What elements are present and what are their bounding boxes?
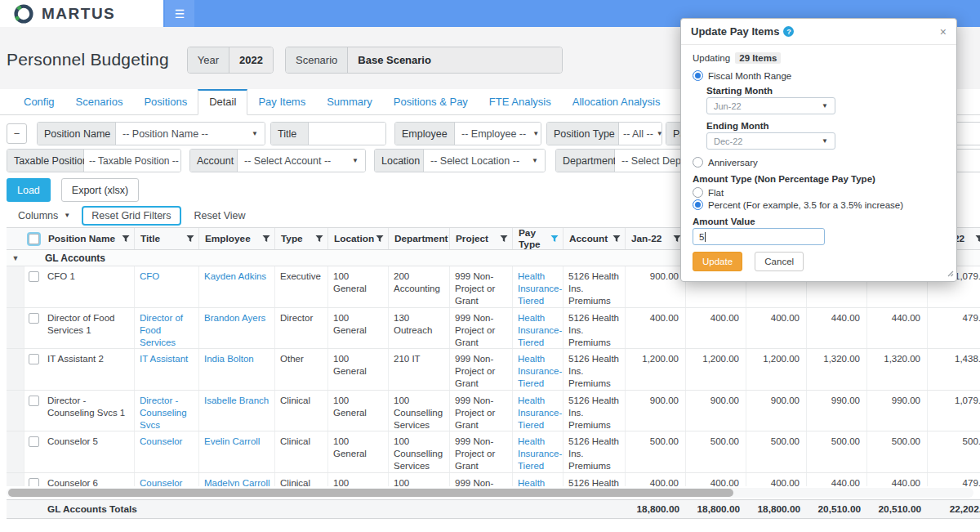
horizontal-scrollbar[interactable] bbox=[7, 488, 973, 498]
filter-icon-title[interactable] bbox=[186, 235, 194, 243]
row-checkbox[interactable] bbox=[29, 313, 39, 324]
column-header-title[interactable]: Title bbox=[135, 228, 199, 249]
reset-grid-filters-button[interactable]: Reset Grid Filters bbox=[82, 206, 180, 226]
column-header-location[interactable]: Location bbox=[328, 228, 389, 249]
row-checkbox[interactable] bbox=[29, 436, 39, 447]
cancel-button[interactable]: Cancel bbox=[755, 252, 804, 271]
cell-employee[interactable]: India Bolton bbox=[199, 349, 275, 390]
cell-title[interactable]: Counselor bbox=[135, 431, 199, 472]
flat-radio[interactable]: Flat bbox=[693, 187, 945, 198]
tab-pay-items[interactable]: Pay Items bbox=[247, 89, 316, 114]
cell-title[interactable]: Director - Counseling Svcs bbox=[135, 391, 199, 431]
ending-month-select[interactable]: Dec-22▼ bbox=[706, 132, 835, 150]
row-expander-cell bbox=[7, 473, 24, 487]
column-header-project[interactable]: Project bbox=[450, 228, 513, 249]
reset-view-button[interactable]: Reset View bbox=[189, 208, 251, 224]
year-value[interactable]: 2022 bbox=[229, 47, 273, 73]
filter-icon-employee[interactable] bbox=[262, 235, 270, 243]
column-header-jan-22[interactable]: Jan-22 bbox=[626, 228, 686, 249]
column-header-employee[interactable]: Employee bbox=[199, 228, 275, 249]
cell-title[interactable]: CFO bbox=[135, 266, 199, 307]
cell-pay_type[interactable]: Health Insurance-Tiered bbox=[513, 308, 564, 349]
column-header-label: Department bbox=[394, 233, 448, 244]
cell-pay_type[interactable]: Health Insurance-Tiered bbox=[513, 349, 564, 390]
tab-allocation-analysis[interactable]: Allocation Analysis bbox=[562, 89, 671, 114]
fiscal-month-range-radio[interactable]: Fiscal Month Range bbox=[693, 70, 945, 81]
cell-employee[interactable]: Madelyn Carroll bbox=[199, 473, 275, 487]
tab-config[interactable]: Config bbox=[13, 89, 65, 114]
employee-filter-select[interactable]: -- Employee --▼ bbox=[455, 123, 541, 145]
tab-detail[interactable]: Detail bbox=[198, 89, 247, 115]
cell-pay_type[interactable]: Health Insurance-Tiered bbox=[513, 266, 564, 307]
starting-month-select[interactable]: Jun-22▼ bbox=[706, 97, 835, 114]
percent-radio[interactable]: Percent (For example, 3.5 for a 3.5% inc… bbox=[693, 199, 945, 210]
row-checkbox-cell bbox=[24, 431, 42, 472]
cell-position_name: Counselor 6 bbox=[42, 473, 135, 487]
tab-summary[interactable]: Summary bbox=[316, 89, 383, 114]
cell-employee[interactable]: Kayden Adkins bbox=[199, 266, 275, 307]
cell-employee[interactable]: Evelin Carroll bbox=[199, 431, 275, 472]
filter-icon-project[interactable] bbox=[500, 235, 508, 243]
tab-positions[interactable]: Positions bbox=[133, 89, 198, 114]
title-filter-input[interactable] bbox=[309, 123, 385, 145]
radio-unselected-icon[interactable] bbox=[693, 157, 703, 168]
filter-icon-type[interactable] bbox=[315, 235, 323, 243]
amount-value-input[interactable]: 5 bbox=[693, 228, 825, 245]
update-button[interactable]: Update bbox=[693, 252, 742, 271]
cell-title[interactable]: Counselor bbox=[135, 473, 199, 487]
cell-pay_type[interactable]: Health Insurance-Tiered bbox=[513, 431, 564, 472]
filter-icon-position_name[interactable] bbox=[122, 235, 130, 243]
radio-selected-icon[interactable] bbox=[693, 70, 703, 81]
filter-icon-jun-22[interactable] bbox=[975, 235, 980, 243]
column-header-account[interactable]: Account bbox=[564, 228, 626, 249]
position-type-filter-select[interactable]: -- All --▼ bbox=[619, 123, 662, 145]
cell-title[interactable]: IT Assistant bbox=[135, 349, 199, 390]
table-row: Counselor 5CounselorEvelin CarrollClinic… bbox=[7, 431, 980, 473]
taxable-position-filter-select[interactable]: -- Taxable Position --⌄ bbox=[84, 150, 180, 172]
radio-unselected-icon[interactable] bbox=[693, 187, 703, 198]
tab-scenarios[interactable]: Scenarios bbox=[65, 89, 134, 114]
load-button[interactable]: Load bbox=[7, 178, 51, 202]
scenario-value[interactable]: Base Scenario bbox=[348, 47, 562, 73]
filter-icon-pay_type[interactable] bbox=[550, 235, 559, 243]
group-collapse-icon[interactable]: ▼ bbox=[7, 254, 24, 262]
cell-pay_type[interactable]: Health Insurance-Tiered bbox=[513, 473, 564, 487]
column-header-position_name[interactable]: Position Name bbox=[42, 228, 135, 249]
select-all-checkbox[interactable] bbox=[29, 234, 39, 244]
info-icon[interactable]: ? bbox=[783, 26, 794, 37]
columns-dropdown-button[interactable]: Columns▼ bbox=[13, 208, 75, 224]
resize-handle-icon[interactable] bbox=[947, 269, 954, 279]
hamburger-menu-icon[interactable]: ☰ bbox=[165, 0, 194, 27]
row-checkbox[interactable] bbox=[29, 354, 39, 364]
column-header-pay_type[interactable]: Pay Type bbox=[513, 228, 564, 249]
close-icon[interactable]: × bbox=[940, 26, 947, 38]
horizontal-scrollbar-thumb[interactable] bbox=[8, 489, 733, 497]
column-header-label: Jan-22 bbox=[631, 233, 662, 244]
account-filter-select[interactable]: -- Select Account --▼ bbox=[238, 150, 365, 172]
row-checkbox[interactable] bbox=[29, 396, 39, 406]
filter-icon-location[interactable] bbox=[376, 235, 384, 243]
chevron-down-icon: ▼ bbox=[532, 157, 538, 164]
anniversary-radio[interactable]: Anniversary bbox=[693, 157, 945, 168]
collapse-filters-button[interactable]: − bbox=[7, 123, 27, 144]
tab-fte-analysis[interactable]: FTE Analysis bbox=[479, 89, 562, 114]
cell-employee[interactable]: Brandon Ayers bbox=[199, 308, 275, 349]
position-name-filter-select[interactable]: -- Position Name --▼ bbox=[116, 123, 265, 145]
row-checkbox[interactable] bbox=[29, 478, 39, 487]
cell-month-jun-22: 479. bbox=[928, 473, 980, 487]
location-filter-select[interactable]: -- Select Location --▼ bbox=[424, 150, 545, 172]
cell-employee[interactable]: Isabelle Branch bbox=[199, 391, 275, 431]
cell-pay_type[interactable]: Health Insurance-Tiered bbox=[513, 391, 564, 431]
row-expander-cell bbox=[7, 308, 24, 349]
export-xlsx-button[interactable]: Export (xlsx) bbox=[61, 178, 139, 202]
cell-account: 5126 Health Ins. Premiums bbox=[564, 349, 626, 390]
column-header-label: Pay Type bbox=[519, 228, 550, 249]
chevron-down-icon: ▼ bbox=[657, 130, 662, 137]
tab-positions-pay[interactable]: Positions & Pay bbox=[383, 89, 479, 114]
column-header-department[interactable]: Department bbox=[389, 228, 450, 249]
row-checkbox[interactable] bbox=[29, 271, 39, 282]
column-header-type[interactable]: Type bbox=[275, 228, 328, 249]
cell-title[interactable]: Director of Food Services bbox=[135, 308, 199, 349]
radio-selected-icon[interactable] bbox=[693, 199, 703, 210]
filter-icon-account[interactable] bbox=[612, 235, 621, 243]
